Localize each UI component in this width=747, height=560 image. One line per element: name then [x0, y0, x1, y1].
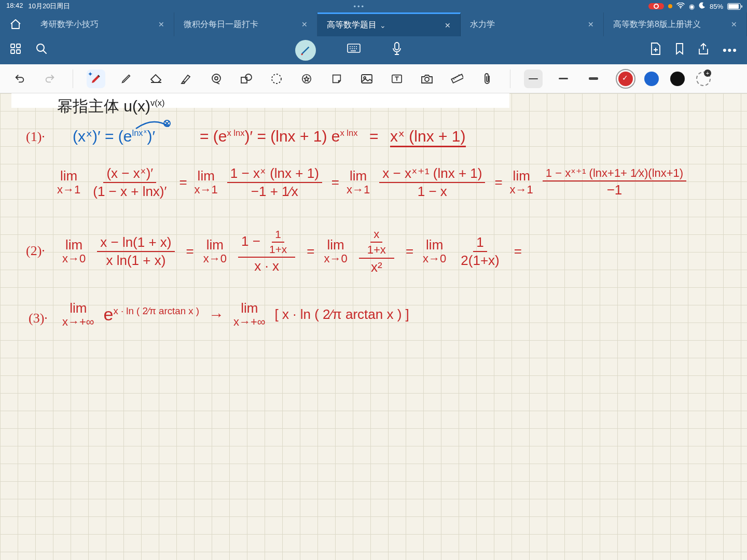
shape-tool[interactable] — [237, 69, 256, 88]
battery-icon — [727, 3, 741, 10]
stylus-mode-button[interactable] — [295, 40, 316, 61]
tab-calculus-tips[interactable]: 考研数学小技巧 ✕ — [31, 12, 174, 36]
image-tool[interactable] — [357, 69, 376, 88]
color-black[interactable] — [670, 72, 685, 86]
ruler-tool[interactable] — [448, 69, 466, 88]
svg-rect-10 — [241, 77, 247, 83]
close-icon[interactable]: ✕ — [726, 20, 737, 29]
status-date: 10月20日周日 — [29, 2, 71, 11]
svg-rect-1 — [11, 44, 15, 48]
color-add[interactable] — [696, 72, 711, 86]
tab-hydraulics[interactable]: 水力学 ✕ — [461, 12, 604, 36]
camera-tool[interactable] — [418, 69, 436, 88]
bookmark-icon[interactable] — [675, 43, 684, 58]
problem-1-expansion: = (ex lnx)′ = (lnx + 1) ex lnx = xˣ (lnx… — [200, 128, 466, 145]
share-icon[interactable] — [698, 43, 709, 58]
svg-point-17 — [425, 77, 429, 81]
problem-3-label: (3)· — [29, 311, 48, 326]
highlighter-tool[interactable] — [177, 69, 196, 88]
tape-tool[interactable] — [207, 69, 226, 88]
svg-rect-3 — [11, 50, 15, 53]
problem-1-limit-chain: limx→1 (x − xˣ)′(1 − x + lnx)′ = limx→1 … — [57, 166, 688, 199]
svg-point-8 — [212, 74, 220, 82]
function-bar: ••• — [0, 36, 747, 64]
tab-label: 微积分每日一题打卡 — [184, 19, 258, 30]
note-heading: 幂指主体 u(x)v(x) — [57, 97, 165, 115]
problem-2-label: (2)· — [26, 244, 45, 259]
close-icon[interactable]: ✕ — [296, 20, 308, 29]
svg-rect-7 — [395, 43, 399, 50]
status-bar: 18:42 10月20日周日 ••• ◉ 85% — [0, 0, 747, 12]
tab-advanced-math-problems[interactable]: 高等数学题目 ⌄ ✕ — [317, 12, 461, 36]
status-time: 18:42 — [6, 2, 23, 11]
svg-rect-4 — [17, 50, 20, 53]
note-canvas[interactable]: 幂指主体 u(x)v(x) (1)· (xˣ)′ = (elnxˣ)′ = (e… — [0, 93, 747, 560]
color-blue[interactable] — [644, 72, 659, 86]
pencil-tool[interactable] — [117, 69, 135, 88]
stamp-tool[interactable] — [297, 69, 316, 88]
lasso-tool[interactable] — [267, 69, 286, 88]
more-icon[interactable]: ••• — [723, 44, 738, 57]
tab-daily-calculus[interactable]: 微积分每日一题打卡 ✕ — [174, 12, 317, 36]
tab-label: 考研数学小技巧 — [40, 19, 99, 30]
svg-rect-18 — [451, 74, 463, 83]
close-icon[interactable]: ✕ — [583, 20, 594, 29]
search-icon[interactable] — [35, 43, 48, 58]
chevron-down-icon: ⌄ — [380, 21, 386, 30]
problem-3-expression: limx→+∞ ex · ln ( 2⁄π arctan x ) → limx→… — [62, 301, 409, 328]
close-icon[interactable]: ✕ — [439, 21, 451, 30]
tab-advanced-math-textbook[interactable]: 高等数学第8版上册讲义 ✕ — [604, 12, 747, 36]
fountain-pen-tool[interactable]: ✦ — [87, 69, 105, 88]
eraser-tool[interactable] — [147, 69, 165, 88]
undo-button[interactable] — [10, 69, 29, 88]
problem-1-label: (1)· — [26, 130, 45, 145]
moon-icon — [699, 2, 706, 10]
redo-button[interactable] — [40, 69, 59, 88]
keyboard-icon[interactable] — [347, 44, 361, 57]
home-button[interactable] — [0, 12, 31, 36]
drawing-toolbar: ✦ — [0, 64, 747, 93]
problem-1-blue: (xˣ)′ = (elnxˣ)′ — [73, 128, 155, 145]
problem-2-limit-chain: limx→0 x − ln(1 + x)x ln(1 + x) = limx→0… — [62, 228, 522, 274]
microphone-icon[interactable] — [392, 42, 402, 59]
text-tool[interactable] — [388, 69, 406, 88]
screen-record-indicator[interactable] — [648, 3, 664, 9]
stroke-thin[interactable] — [524, 69, 543, 88]
svg-point-0 — [680, 7, 681, 8]
location-dot-icon — [668, 4, 672, 8]
sticky-note-tool[interactable] — [327, 69, 346, 88]
svg-rect-2 — [17, 44, 20, 48]
add-page-icon[interactable] — [650, 42, 661, 59]
svg-point-9 — [215, 77, 218, 80]
tab-label: 高等数学题目 — [327, 20, 377, 31]
stroke-medium[interactable] — [554, 69, 573, 88]
svg-rect-14 — [362, 75, 372, 83]
tab-bar: 考研数学小技巧 ✕ 微积分每日一题打卡 ✕ 高等数学题目 ⌄ ✕ 水力学 ✕ 高… — [0, 12, 747, 36]
wifi-icon — [676, 3, 685, 10]
focus-icon: ◉ — [689, 3, 695, 10]
stroke-thick[interactable] — [584, 69, 603, 88]
tab-label: 水力学 — [470, 19, 495, 30]
drag-handle-dots: ••• — [70, 3, 648, 10]
svg-point-12 — [272, 74, 281, 83]
battery-percentage: 85% — [710, 3, 723, 10]
attachment-tool[interactable] — [478, 69, 496, 88]
color-red[interactable] — [618, 72, 633, 86]
tab-label: 高等数学第8版上册讲义 — [613, 19, 701, 30]
grid-apps-icon[interactable] — [9, 43, 22, 58]
close-icon[interactable]: ✕ — [153, 20, 164, 29]
